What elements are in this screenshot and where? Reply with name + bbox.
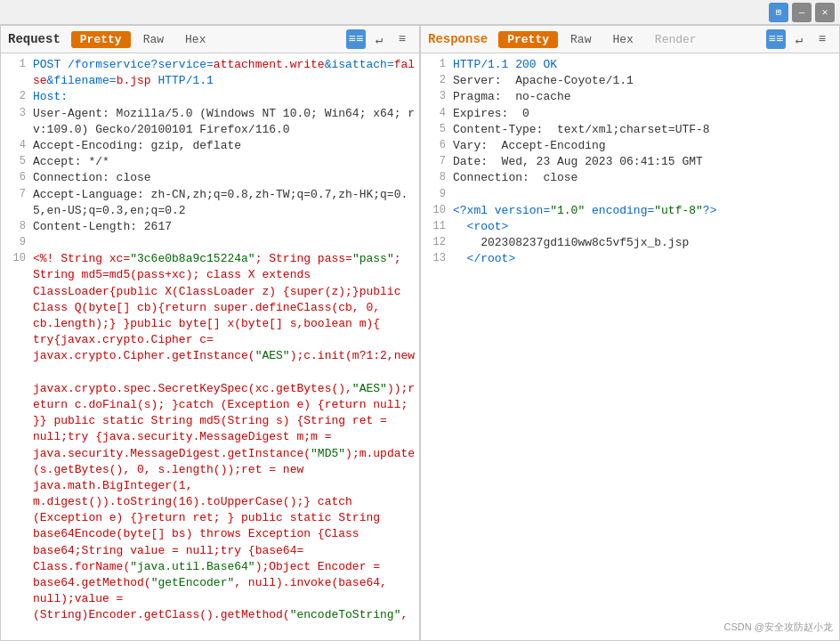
top-bar: ⊞ — ✕ <box>0 0 840 25</box>
request-icon-newline[interactable]: ↵ <box>369 29 389 49</box>
tab-request-raw[interactable]: Raw <box>134 31 173 48</box>
request-icon-menu[interactable]: ≡ <box>392 29 412 49</box>
response-panel: Response Pretty Raw Hex Render ≡≡ ↵ ≡ 1 … <box>420 25 840 641</box>
tab-request-pretty[interactable]: Pretty <box>71 31 131 48</box>
table-row: 5 Accept: */* <box>1 154 419 170</box>
table-row: 3 Pragma: no-cache <box>421 89 839 105</box>
table-row: 9 <box>421 187 839 203</box>
table-row: 4 Expires: 0 <box>421 106 839 122</box>
table-row: 10 <?xml version="1.0" encoding="utf-8"?… <box>421 203 839 219</box>
table-row: 12 202308237gd1i0ww8c5vf5jx_b.jsp <box>421 235 839 251</box>
response-title: Response <box>428 32 488 46</box>
table-row: 8 Connection: close <box>421 170 839 186</box>
table-row: 8 Content-Length: 2617 <box>1 219 419 235</box>
tab-response-render[interactable]: Render <box>646 31 706 48</box>
table-row: 2 Server: Apache-Coyote/1.1 <box>421 73 839 89</box>
request-title: Request <box>8 32 61 46</box>
request-panel: Request Pretty Raw Hex ≡≡ ↵ ≡ 1 POST /fo… <box>0 25 420 641</box>
table-row: 4 Accept-Encoding: gzip, deflate <box>1 138 419 154</box>
request-header: Request Pretty Raw Hex ≡≡ ↵ ≡ <box>1 26 419 53</box>
request-content[interactable]: 1 POST /formservice?service=attachment.w… <box>1 53 419 640</box>
tab-response-pretty[interactable]: Pretty <box>498 31 558 48</box>
table-row: 5 Content-Type: text/xml;charset=UTF-8 <box>421 122 839 138</box>
table-row: 6 Connection: close <box>1 170 419 186</box>
response-content[interactable]: 1 HTTP/1.1 200 OK 2 Server: Apache-Coyot… <box>421 53 839 640</box>
tab-response-hex[interactable]: Hex <box>603 31 642 48</box>
table-row: 13 </root> <box>421 251 839 267</box>
tab-response-raw[interactable]: Raw <box>561 31 600 48</box>
table-row: 2 Host: <box>1 89 419 105</box>
request-icon-encode[interactable]: ≡≡ <box>346 29 366 49</box>
table-row: 6 Vary: Accept-Encoding <box>421 138 839 154</box>
table-row: 10 <%! String xc="3c6e0b8a9c15224a"; Str… <box>1 251 419 623</box>
request-icons: ≡≡ ↵ ≡ <box>346 29 412 49</box>
table-row: 1 HTTP/1.1 200 OK <box>421 57 839 73</box>
window-close-btn[interactable]: ✕ <box>815 3 835 22</box>
table-row: 7 Date: Wed, 23 Aug 2023 06:41:15 GMT <box>421 154 839 170</box>
response-tabs: Pretty Raw Hex Render <box>498 31 766 48</box>
window-tile-btn[interactable]: ⊞ <box>769 3 788 22</box>
request-tabs: Pretty Raw Hex <box>71 31 346 48</box>
window-min-btn[interactable]: — <box>792 3 812 22</box>
response-icon-newline[interactable]: ↵ <box>789 29 809 49</box>
table-row: 3 User-Agent: Mozilla/5.0 (Windows NT 10… <box>1 106 419 138</box>
table-row: 7 Accept-Language: zh-CN,zh;q=0.8,zh-TW;… <box>1 187 419 219</box>
panels-container: Request Pretty Raw Hex ≡≡ ↵ ≡ 1 POST /fo… <box>0 25 840 641</box>
tab-request-hex[interactable]: Hex <box>176 31 214 48</box>
response-icons: ≡≡ ↵ ≡ <box>766 29 832 49</box>
table-row: 1 POST /formservice?service=attachment.w… <box>1 57 419 89</box>
response-icon-menu[interactable]: ≡ <box>812 29 832 49</box>
response-icon-encode[interactable]: ≡≡ <box>766 29 786 49</box>
response-header: Response Pretty Raw Hex Render ≡≡ ↵ ≡ <box>421 26 839 53</box>
watermark: CSDN @安全攻防赵小龙 <box>724 621 833 634</box>
table-row: 9 <box>1 235 419 251</box>
table-row: 11 <root> <box>421 219 839 235</box>
